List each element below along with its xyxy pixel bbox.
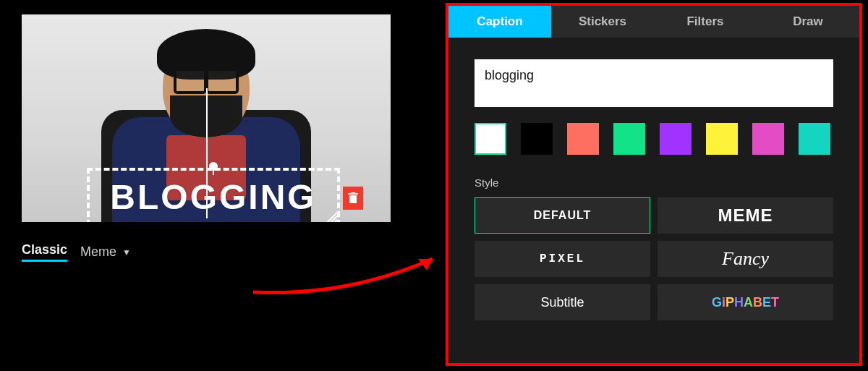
color-swatches	[475, 123, 833, 155]
style-option-pixel[interactable]: PIXEL	[475, 241, 650, 277]
mode-tab-classic[interactable]: Classic	[22, 242, 67, 262]
svg-marker-3	[418, 259, 433, 270]
editor-tabs: Caption Stickers Filters Draw	[448, 6, 859, 38]
style-option-default[interactable]: DEFAULT	[475, 197, 650, 234]
color-swatch-teal[interactable]	[799, 123, 830, 155]
editor-panel: Caption Stickers Filters Draw Style DEFA…	[446, 3, 862, 366]
style-option-fancy[interactable]: Fancy	[658, 241, 833, 277]
trash-icon	[348, 192, 358, 204]
svg-rect-0	[349, 195, 357, 203]
mode-tabs: Classic Meme ▼	[22, 242, 391, 262]
tab-filters[interactable]: Filters	[654, 6, 757, 38]
style-option-subtitle[interactable]: Subtitle	[475, 284, 650, 320]
preview-area: BLOGGING Classic Meme ▼	[22, 14, 391, 262]
color-swatch-magenta[interactable]	[752, 123, 784, 155]
style-section-label: Style	[475, 176, 833, 189]
caption-input[interactable]	[475, 59, 833, 107]
color-swatch-coral[interactable]	[567, 123, 599, 155]
color-swatch-purple[interactable]	[660, 123, 692, 155]
svg-rect-2	[351, 192, 355, 193]
style-grid: DEFAULT MEME PIXEL Fancy Subtitle GiPHAB…	[475, 197, 833, 320]
mode-tab-meme[interactable]: Meme ▼	[80, 244, 131, 260]
color-swatch-white[interactable]	[475, 123, 506, 155]
color-swatch-green[interactable]	[613, 123, 645, 155]
video-preview[interactable]: BLOGGING	[22, 14, 391, 222]
chevron-down-icon: ▼	[122, 247, 131, 257]
style-option-gphabet[interactable]: GiPHABET	[658, 284, 833, 320]
caption-overlay-text: BLOGGING	[90, 171, 337, 222]
style-option-meme[interactable]: MEME	[658, 197, 833, 234]
rotate-handle-icon[interactable]	[209, 162, 218, 171]
color-swatch-black[interactable]	[521, 123, 553, 155]
tab-stickers[interactable]: Stickers	[551, 6, 654, 38]
gphabet-letters: GiPHABET	[712, 295, 779, 310]
resize-handle-icon[interactable]	[324, 210, 339, 222]
delete-caption-button[interactable]	[343, 187, 363, 210]
color-swatch-yellow[interactable]	[706, 123, 738, 155]
caption-overlay[interactable]: BLOGGING	[87, 168, 340, 222]
mode-tab-meme-label: Meme	[80, 244, 116, 260]
tab-caption[interactable]: Caption	[448, 6, 551, 38]
tab-draw[interactable]: Draw	[757, 6, 859, 38]
svg-rect-1	[348, 193, 358, 195]
